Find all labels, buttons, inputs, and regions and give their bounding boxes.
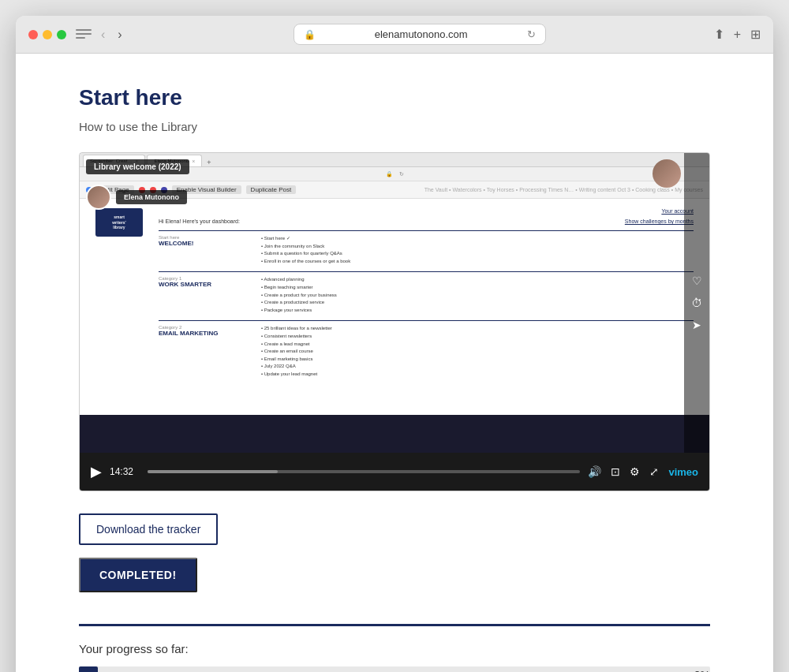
inner-start-items: • Start here ✓ • Join the community on S… (261, 235, 350, 265)
settings-icon[interactable]: ⚙ (630, 465, 640, 478)
progress-bar-fill (79, 666, 98, 672)
traffic-lights (28, 30, 66, 39)
reload-button[interactable]: ↻ (527, 28, 536, 40)
completed-button[interactable]: COMPLETED! (79, 558, 197, 592)
forward-button[interactable]: › (114, 26, 125, 43)
inner-work-title: WORK SMARTER (159, 281, 261, 288)
progress-section: Your progress so far: 3% (79, 624, 710, 672)
video-control-icons: 🔊 ⊡ ⚙ ⤢ vimeo (588, 465, 698, 478)
page-subtitle: How to use the Library (79, 120, 710, 133)
browser-controls: ‹ › (76, 26, 125, 43)
new-inner-tab: + (204, 159, 214, 166)
minimize-button[interactable] (43, 30, 52, 39)
inner-show-challenges: Show challenges by months (625, 218, 694, 224)
video-progress-bar[interactable] (148, 470, 580, 473)
presenter-avatar (86, 185, 111, 210)
inner-user-account: Your account (159, 208, 694, 214)
browser-window: ‹ › 🔒 elenamutonono.com ↻ ⬆ + ⊞ Start he… (16, 16, 773, 672)
inner-email-items: • 25 brilliant ideas for a newsletter • … (261, 325, 332, 378)
inner-divider-3 (159, 320, 694, 321)
address-bar-container: 🔒 elenamutonono.com ↻ (135, 24, 705, 45)
grid-icon[interactable]: ⊞ (750, 27, 761, 42)
video-side-icons: ♡ ⏱ ➤ (684, 153, 709, 453)
play-button[interactable]: ▶ (91, 463, 102, 480)
fullscreen-icon[interactable]: ⤢ (649, 465, 659, 478)
lock-icon: 🔒 (304, 29, 316, 40)
send-icon[interactable]: ➤ (692, 319, 701, 331)
url-display: elenamutonono.com (322, 28, 521, 40)
video-container: September: Creat…× Elena Mutonono× + 🔒 ↻ (79, 152, 710, 491)
inner-work-items: • Advanced planning • Begin teaching sma… (261, 276, 337, 314)
inner-category-work-left: Category 1 WORK SMARTER (159, 276, 261, 314)
completed-button-area: COMPLETED! (79, 558, 710, 624)
action-buttons-area: Download the tracker (79, 513, 710, 558)
back-button[interactable]: ‹ (98, 26, 108, 43)
share-icon[interactable]: ⬆ (714, 27, 724, 42)
presenter-overlay: Elena Mutonono (86, 185, 187, 210)
video-title-overlay: Library welcome (2022) (86, 159, 189, 174)
captions-icon[interactable]: ⊡ (611, 465, 620, 478)
progress-bar-container: 3% (79, 666, 710, 672)
inner-greeting: Hi Elena! Here's your dashboard: (159, 218, 240, 224)
duplicate-btn: Duplicate Post (246, 185, 297, 194)
inner-dashboard-header: Hi Elena! Here's your dashboard: Show ch… (159, 218, 694, 224)
inner-page-body: smartwriters'library Your account Hi Ele… (80, 199, 709, 394)
inner-category-email-left: Category 2 EMAIL MARKETING (159, 325, 261, 378)
inner-category-start: Start here WELCOME! • Start here ✓ • Joi… (159, 235, 694, 265)
address-bar[interactable]: 🔒 elenamutonono.com ↻ (294, 24, 546, 45)
video-title-badge: Library welcome (2022) (86, 159, 189, 174)
inner-logo-text: smartwriters'library (112, 215, 126, 230)
download-tracker-button[interactable]: Download the tracker (79, 513, 218, 545)
toolbar-bookmarks: The Vault • Watercolors • Toy Horses • P… (424, 187, 703, 192)
volume-icon[interactable]: 🔊 (588, 465, 601, 478)
presenter-name-badge: Elena Mutonono (116, 190, 187, 204)
inner-category-email: Category 2 EMAIL MARKETING • 25 brillian… (159, 325, 694, 378)
heart-icon[interactable]: ♡ (692, 274, 702, 287)
inner-category-work: Category 1 WORK SMARTER • Advanced plann… (159, 276, 694, 314)
maximize-button[interactable] (57, 30, 66, 39)
corner-avatar (653, 159, 681, 188)
vimeo-logo: vimeo (668, 466, 698, 478)
video-controls-bar: ▶ 14:32 🔊 ⊡ ⚙ ⤢ vimeo (80, 453, 709, 491)
browser-actions: ⬆ + ⊞ (714, 27, 761, 42)
inner-email-title: EMAIL MARKETING (159, 330, 261, 337)
page-title: Start here (79, 85, 710, 110)
page-content: Start here How to use the Library Septem… (16, 54, 773, 672)
progress-percent: 3% (694, 669, 710, 672)
close-button[interactable] (28, 30, 38, 39)
top-right-avatar (653, 159, 681, 188)
clock-icon[interactable]: ⏱ (691, 297, 702, 309)
browser-titlebar: ‹ › 🔒 elenamutonono.com ↻ ⬆ + ⊞ (16, 16, 773, 54)
inner-logo: smartwriters'library (95, 208, 143, 237)
inner-divider-2 (159, 271, 694, 272)
video-screenshot: September: Creat…× Elena Mutonono× + 🔒 ↻ (80, 153, 709, 453)
inner-divider-1 (159, 230, 694, 231)
inner-start-title: WELCOME! (159, 240, 261, 247)
video-time: 14:32 (110, 466, 140, 477)
new-tab-icon[interactable]: + (734, 28, 741, 42)
inner-main-content: Your account Hi Elena! Here's your dashb… (159, 208, 694, 385)
video-progress-fill (148, 470, 278, 473)
sidebar-toggle[interactable] (76, 29, 92, 40)
progress-label: Your progress so far: (79, 642, 710, 655)
inner-category-start-left: Start here WELCOME! (159, 235, 261, 265)
inner-logo-area: smartwriters'library (95, 208, 159, 385)
